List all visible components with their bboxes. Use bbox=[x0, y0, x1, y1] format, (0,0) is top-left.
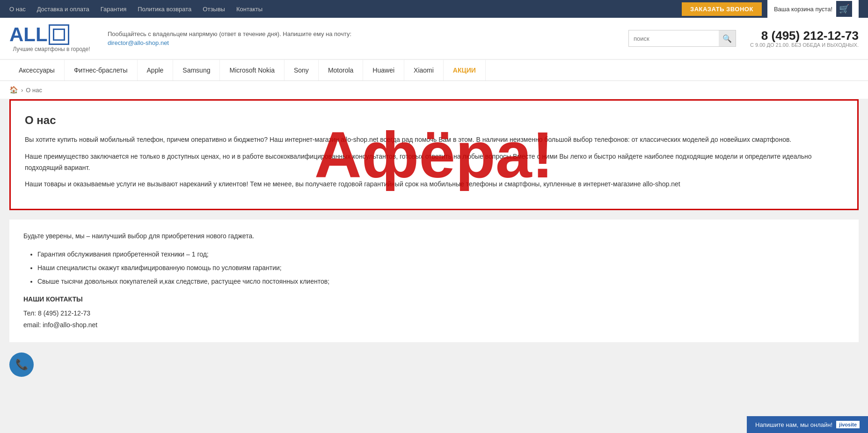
cat-samsung[interactable]: Samsung bbox=[173, 60, 220, 81]
breadcrumb-current: О нас bbox=[26, 87, 42, 94]
order-call-button[interactable]: ЗАКАЗАТЬ ЗВОНОК bbox=[682, 2, 762, 16]
breadcrumb-separator: › bbox=[21, 87, 23, 94]
benefits-list: Гарантия обслуживания приобретенной техн… bbox=[23, 249, 845, 288]
header: ALL Лучшие смартфоны в городе! Пообщайте… bbox=[0, 18, 868, 60]
header-email-link[interactable]: director@allo-shop.net bbox=[108, 39, 169, 46]
nav-warranty[interactable]: Гарантия bbox=[101, 6, 126, 13]
breadcrumb-wrapper: 🏠 › О нас bbox=[0, 81, 868, 99]
phone-number: 8 (495) 212-12-73 bbox=[750, 29, 859, 43]
main-content: О нас Вы хотите купить новый мобильный т… bbox=[0, 99, 868, 352]
bullet-item-2: Наши специалисты окажут квалифицированну… bbox=[37, 262, 845, 274]
header-middle: Пообщайтесь с владельцем напрямую (ответ… bbox=[108, 29, 614, 48]
breadcrumb: 🏠 › О нас bbox=[0, 81, 868, 99]
nav-contacts[interactable]: Контакты bbox=[236, 6, 263, 13]
cat-fitness[interactable]: Фитнес-браслеты bbox=[65, 60, 138, 81]
page-title: О нас bbox=[25, 114, 843, 127]
plain-section: Будьте уверены, мы – наилучший выбор для… bbox=[9, 220, 859, 342]
contacts-title: НАШИ КОНТАКТЫ bbox=[23, 295, 845, 303]
top-nav: О нас Доставка и оплата Гарантия Политик… bbox=[0, 0, 868, 18]
cat-apple[interactable]: Apple bbox=[138, 60, 174, 81]
contact-email: email: info@allo-shop.net bbox=[23, 319, 845, 331]
section-paragraph-3: Наши товары и оказываемые услуги не вызы… bbox=[25, 179, 843, 190]
intro-text: Будьте уверены, мы – наилучший выбор для… bbox=[23, 231, 845, 242]
cat-motorola[interactable]: Motorola bbox=[319, 60, 363, 81]
cart-empty-label: Ваша корзина пуста! bbox=[774, 6, 832, 13]
phone-hours: С 9.00 ДО 21.00. БЕЗ ОБЕДА И ВЫХОДНЫХ. bbox=[750, 42, 859, 48]
search-area: 🔍 bbox=[628, 30, 736, 47]
logo-text: ALL bbox=[9, 25, 48, 44]
cat-sony[interactable]: Sony bbox=[284, 60, 319, 81]
search-icon: 🔍 bbox=[722, 34, 732, 43]
cat-microsoft-nokia[interactable]: Microsoft Nokia bbox=[220, 60, 284, 81]
bullet-item-3: Свыше тысячи довольных покупателей и,как… bbox=[37, 276, 845, 287]
home-icon[interactable]: 🏠 bbox=[9, 86, 18, 94]
cat-promo[interactable]: АКЦИИ bbox=[444, 60, 486, 81]
nav-reviews[interactable]: Отзывы bbox=[203, 6, 225, 13]
top-nav-links: О нас Доставка и оплата Гарантия Политик… bbox=[9, 6, 263, 13]
alert-section: О нас Вы хотите купить новый мобильный т… bbox=[9, 99, 859, 210]
header-contact-text: Пообщайтесь с владельцем напрямую (ответ… bbox=[108, 30, 351, 37]
nav-returns[interactable]: Политика возврата bbox=[138, 6, 191, 13]
nav-delivery[interactable]: Доставка и оплата bbox=[37, 6, 89, 13]
cat-accessories[interactable]: Аксессуары bbox=[9, 60, 65, 81]
logo-area[interactable]: ALL Лучшие смартфоны в городе! bbox=[9, 24, 94, 52]
search-input[interactable] bbox=[629, 30, 719, 46]
logo: ALL bbox=[9, 24, 94, 45]
contact-phone: Тел: 8 (495) 212-12-73 bbox=[23, 308, 845, 319]
cat-huawei[interactable]: Huawei bbox=[363, 60, 404, 81]
nav-about[interactable]: О нас bbox=[9, 6, 26, 13]
bullet-item-1: Гарантия обслуживания приобретенной техн… bbox=[37, 249, 845, 260]
logo-subtitle: Лучшие смартфоны в городе! bbox=[9, 46, 94, 52]
section-paragraph-1: Вы хотите купить новый мобильный телефон… bbox=[25, 134, 843, 146]
category-nav: Аксессуары Фитнес-браслеты Apple Samsung… bbox=[0, 60, 868, 81]
section-paragraph-2: Наше преимущество заключается не только … bbox=[25, 151, 843, 174]
phone-area: 8 (495) 212-12-73 С 9.00 ДО 21.00. БЕЗ О… bbox=[750, 29, 859, 48]
cart-icon: 🛒 bbox=[836, 1, 852, 17]
cart-area[interactable]: Ваша корзина пуста! 🛒 bbox=[767, 0, 859, 20]
search-button[interactable]: 🔍 bbox=[719, 30, 736, 46]
top-nav-right: ЗАКАЗАТЬ ЗВОНОК Ваша корзина пуста! 🛒 bbox=[682, 0, 859, 20]
logo-icon bbox=[49, 24, 69, 45]
cat-xiaomi[interactable]: Xiaomi bbox=[404, 60, 444, 81]
